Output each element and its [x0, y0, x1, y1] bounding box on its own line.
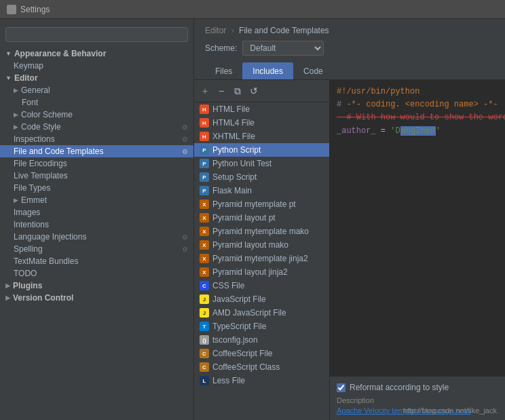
file-item-css[interactable]: C CSS File: [194, 279, 329, 292]
sidebar-item-language-injections[interactable]: Language Injections ⚙: [0, 231, 193, 243]
sidebar-item-color-scheme[interactable]: ▶ Color Scheme: [0, 109, 193, 121]
file-item-pyramid-layout-pt[interactable]: X Pyramid layout pt: [194, 211, 329, 225]
description-section: Description Apache Velocity template lan…: [337, 396, 498, 415]
settings-badge-icon: ⚙: [182, 148, 188, 155]
sidebar-item-todo[interactable]: TODO: [0, 267, 193, 280]
xml-icon: X: [200, 240, 209, 250]
code-line-encoding: # -*- coding. <encoding name> -*-: [337, 98, 498, 111]
sidebar-item-file-types[interactable]: File Types: [0, 182, 193, 194]
file-item-amd-javascript[interactable]: J AMD JavaScript File: [194, 306, 329, 320]
cs-icon: C: [200, 349, 209, 358]
scheme-row: Scheme: Default Project: [205, 41, 494, 56]
copy-template-button[interactable]: ⧉: [231, 84, 244, 98]
sidebar-item-textmate-bundles[interactable]: TextMate Bundles: [0, 255, 193, 267]
sidebar-item-images[interactable]: Images: [0, 206, 193, 218]
sidebar-item-inspections[interactable]: Inspections ⚙: [0, 133, 193, 145]
tabs-row: Files Includes Code: [205, 62, 494, 79]
file-item-javascript[interactable]: J JavaScript File: [194, 292, 329, 306]
settings-badge-icon: ⚙: [182, 136, 188, 143]
tab-code[interactable]: Code: [293, 62, 333, 79]
file-item-pyramid-mytemplate-pt[interactable]: X Pyramid mytemplate pt: [194, 197, 329, 211]
code-line-comment2: # With how would to show the word: [337, 111, 498, 124]
file-item-pyramid-layout-jinja2[interactable]: X Pyramid layout jinja2: [194, 265, 329, 279]
html-icon: H: [200, 118, 209, 128]
code-line-shebang: #!/usr/bin/python: [337, 85, 498, 98]
sidebar: ▼ Appearance & Behavior Keymap ▼ Editor …: [0, 19, 194, 420]
sidebar-item-emmet[interactable]: ▶ Emmet: [0, 194, 193, 206]
python-icon: P: [200, 145, 209, 155]
reformat-label: Reformat according to style: [350, 383, 449, 392]
sidebar-item-general[interactable]: ▶ General: [0, 84, 193, 96]
file-item-coffeescript-class[interactable]: C CoffeeScript Class: [194, 360, 329, 374]
sidebar-item-intentions[interactable]: Intentions: [0, 218, 193, 231]
breadcrumb-separator: ›: [231, 26, 236, 35]
ts-icon: T: [200, 322, 209, 331]
file-item-flask-main[interactable]: P Flask Main: [194, 184, 329, 197]
search-input[interactable]: [5, 27, 188, 42]
file-item-html4[interactable]: H HTML4 File: [194, 116, 329, 130]
sidebar-item-version-control[interactable]: ▶ Version Control: [0, 292, 193, 304]
tab-includes[interactable]: Includes: [242, 62, 293, 79]
settings-badge-icon: ⚙: [182, 123, 188, 131]
description-label: Description: [337, 396, 498, 404]
xml-icon: X: [200, 213, 209, 223]
css-icon: C: [200, 281, 209, 290]
xml-icon: X: [200, 199, 209, 209]
html-icon: H: [200, 104, 209, 114]
sidebar-item-appearance[interactable]: ▼ Appearance & Behavior: [0, 47, 193, 60]
file-item-coffeescript[interactable]: C CoffeeScript File: [194, 347, 329, 360]
xml-icon: X: [200, 227, 209, 236]
less-icon: L: [200, 376, 209, 385]
window-title: Settings: [20, 5, 50, 14]
js-icon: J: [200, 308, 209, 318]
file-item-tsconfig[interactable]: {} tsconfig.json: [194, 333, 329, 347]
collapse-icon: ▶: [5, 294, 10, 301]
panel-header: Editor › File and Code Templates Scheme:…: [194, 19, 505, 80]
js-icon: J: [200, 294, 209, 304]
file-item-html[interactable]: H HTML File: [194, 102, 329, 116]
sidebar-item-live-templates[interactable]: Live Templates: [0, 170, 193, 182]
sidebar-item-font[interactable]: Font: [0, 96, 193, 109]
breadcrumb-part-2: File and Code Templates: [239, 26, 329, 35]
tab-files[interactable]: Files: [205, 62, 242, 79]
file-item-python-script[interactable]: P Python Script: [194, 143, 329, 157]
file-item-typescript[interactable]: T TypeScript File: [194, 320, 329, 333]
expand-icon: ▼: [5, 75, 12, 81]
scheme-label: Scheme:: [205, 43, 237, 53]
sidebar-item-plugins[interactable]: ▶ Plugins: [0, 280, 193, 292]
html-icon: H: [200, 132, 209, 141]
reset-template-button[interactable]: ↺: [247, 84, 261, 98]
reformat-checkbox-row: Reformat according to style: [337, 383, 498, 392]
file-list: H HTML File H HTML4 File H XHTML File P …: [194, 102, 329, 420]
remove-template-button[interactable]: −: [214, 84, 228, 98]
search-wrapper: [0, 23, 193, 47]
file-item-pyramid-mytemplate-mako[interactable]: X Pyramid mytemplate mako: [194, 225, 329, 238]
sidebar-item-code-style[interactable]: ▶ Code Style ⚙: [0, 121, 193, 133]
code-line-author: _author_ = 'DengZhen': [337, 125, 498, 138]
sidebar-item-editor[interactable]: ▼ Editor: [0, 72, 193, 84]
file-item-python-unit-test[interactable]: P Python Unit Test: [194, 157, 329, 170]
reformat-checkbox[interactable]: [337, 383, 345, 392]
collapse-icon: ▶: [5, 282, 10, 289]
file-item-less[interactable]: L Less File: [194, 374, 329, 387]
file-item-pyramid-layout-mako[interactable]: X Pyramid layout mako: [194, 238, 329, 252]
file-item-pyramid-mytemplate-jinja2[interactable]: X Pyramid mytemplate jinja2: [194, 252, 329, 265]
code-editor[interactable]: #!/usr/bin/python # -*- coding. <encodin…: [330, 80, 505, 377]
add-template-button[interactable]: +: [198, 84, 212, 98]
file-list-toolbar: + − ⧉ ↺: [194, 80, 329, 102]
sidebar-item-file-encodings[interactable]: File Encodings: [0, 157, 193, 170]
editor-panel: #!/usr/bin/python # -*- coding. <encodin…: [330, 80, 505, 420]
file-item-setup-script[interactable]: P Setup Script: [194, 170, 329, 184]
file-item-xhtml[interactable]: H XHTML File: [194, 130, 329, 143]
main-layout: ▼ Appearance & Behavior Keymap ▼ Editor …: [0, 19, 505, 420]
xml-icon: X: [200, 267, 209, 277]
sidebar-item-file-and-code-templates[interactable]: File and Code Templates ⚙: [0, 145, 193, 157]
sidebar-item-spelling[interactable]: Spelling ⚙: [0, 243, 193, 255]
sidebar-item-keymap[interactable]: Keymap: [0, 60, 193, 72]
scheme-select[interactable]: Default Project: [242, 41, 324, 56]
cs-icon: C: [200, 362, 209, 372]
xml-icon: X: [200, 254, 209, 263]
python-icon: P: [200, 186, 209, 195]
editor-options: Reformat according to style Description …: [330, 377, 505, 420]
json-icon: {}: [200, 335, 209, 345]
